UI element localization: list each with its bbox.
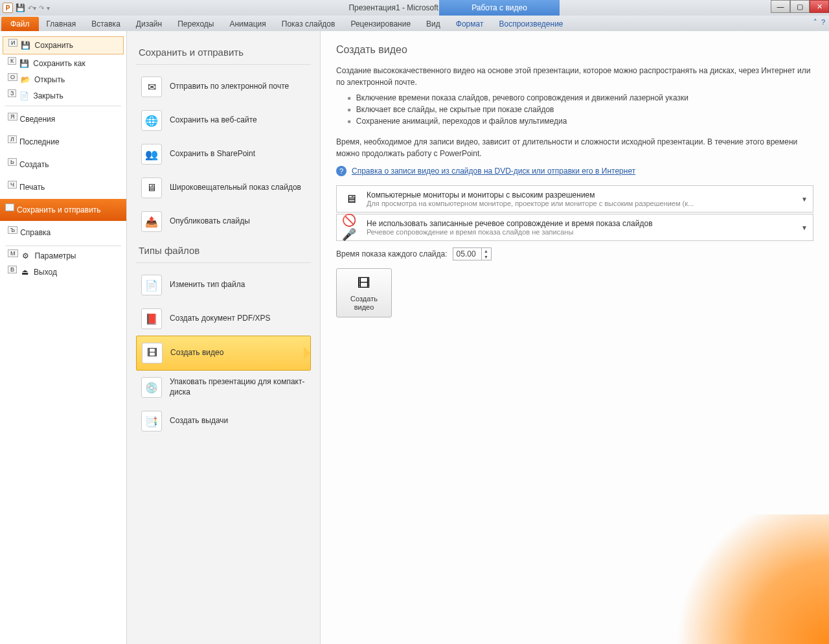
mid-item[interactable]: 📤Опубликовать слайды bbox=[136, 205, 311, 238]
keytip: Л bbox=[8, 135, 17, 143]
tab-design[interactable]: Дизайн bbox=[128, 17, 170, 31]
monitor-icon: 🖥 bbox=[342, 190, 360, 208]
pane-title: Создать видео bbox=[336, 44, 813, 56]
tab-animations[interactable]: Анимация bbox=[221, 17, 273, 31]
narration-dropdown[interactable]: 🚫🎤 Не использовать записанные речевое со… bbox=[336, 214, 813, 241]
nav-item-3[interactable]: З📄Закрыть bbox=[3, 88, 124, 104]
tab-transitions[interactable]: Переходы bbox=[170, 17, 221, 31]
nav-icon: ⏏ bbox=[19, 267, 30, 277]
nav-icon: 📄 bbox=[19, 91, 29, 101]
tab-playback[interactable]: Воспроизведение bbox=[491, 17, 571, 31]
save-icon[interactable]: 💾 bbox=[16, 3, 25, 12]
help-icon[interactable]: ? bbox=[821, 18, 825, 27]
nav-item-9[interactable]: ЪСправка bbox=[3, 222, 124, 244]
keytip: О bbox=[8, 73, 17, 81]
mid-item-label: Сохранить в SharePoint bbox=[170, 149, 255, 159]
decorative-corner bbox=[635, 514, 829, 644]
mid-item-label: Опубликовать слайды bbox=[170, 216, 250, 227]
pane-paragraph: Время, необходимое для записи видео, зав… bbox=[336, 136, 813, 159]
tab-review[interactable]: Рецензирование bbox=[343, 17, 418, 31]
keytip: Ъ bbox=[8, 226, 17, 234]
nav-item-2[interactable]: О📂Открыть bbox=[3, 72, 124, 87]
keytip: И bbox=[8, 39, 17, 47]
spinner-up-icon[interactable]: ▲ bbox=[482, 248, 491, 254]
help-link-row: ? Справка о записи видео из слайдов на D… bbox=[336, 166, 813, 176]
nav-item-0[interactable]: И💾Сохранить bbox=[3, 36, 124, 54]
ribbon-tabs: Файл Главная Вставка Дизайн Переходы Ани… bbox=[0, 16, 829, 31]
seconds-spinner[interactable]: 05.00 ▲ ▼ bbox=[453, 247, 492, 260]
mid-item-icon: 📑 bbox=[141, 411, 162, 431]
keytip: В bbox=[8, 266, 17, 273]
tab-insert[interactable]: Вставка bbox=[84, 17, 128, 31]
bullet-item: Включение времени показа слайдов, речево… bbox=[348, 92, 813, 104]
mid-item[interactable]: 👥Сохранить в SharePoint bbox=[136, 137, 311, 171]
mid-item-label: Сохранить на веб-сайте bbox=[170, 115, 257, 126]
close-button[interactable]: ✕ bbox=[810, 0, 829, 13]
keytip: З bbox=[8, 89, 16, 97]
nav-icon: 📂 bbox=[20, 75, 30, 85]
mid-item[interactable]: 🖥Широковещательный показ слайдов bbox=[136, 171, 311, 205]
narration-title: Не использовать записанные речевое сопро… bbox=[367, 219, 653, 228]
mid-item-label: Создать видео bbox=[170, 348, 223, 358]
mid-item[interactable]: 📑Создать выдачи bbox=[136, 404, 311, 438]
contextual-tab-title: Работа с видео bbox=[439, 0, 560, 16]
nav-item-8[interactable]: ХСохранить и отправить bbox=[0, 199, 126, 221]
nav-label: Открыть bbox=[34, 75, 65, 84]
nav-icon: 💾 bbox=[20, 40, 30, 51]
help-link[interactable]: Справка о записи видео из слайдов на DVD… bbox=[352, 167, 635, 176]
tab-view[interactable]: Вид bbox=[418, 17, 448, 31]
nav-item-11[interactable]: В⏏Выход bbox=[3, 264, 124, 280]
seconds-label: Время показа каждого слайда: bbox=[336, 249, 448, 259]
create-video-label: Создать видео bbox=[345, 295, 383, 312]
titlebar: P 💾 ↶▾ ↷ ▾ Презентация1 - Microsoft Powe… bbox=[0, 0, 829, 16]
mid-item[interactable]: 💿Упаковать презентацию для компакт-диска bbox=[136, 371, 311, 404]
nav-item-6[interactable]: ЬСоздать bbox=[3, 154, 124, 176]
resolution-dropdown[interactable]: 🖥 Компьютерные мониторы и мониторы с выс… bbox=[336, 185, 813, 213]
mid-item-icon: 👥 bbox=[141, 144, 162, 165]
nav-label: Сохранить как bbox=[33, 59, 85, 68]
mid-item-icon: 🌐 bbox=[141, 110, 162, 131]
seconds-value: 05.00 bbox=[457, 249, 476, 259]
nav-item-5[interactable]: ЛПоследние bbox=[3, 131, 124, 153]
redo-icon[interactable]: ↷ bbox=[39, 5, 44, 12]
section-header-file-types: Типы файлов bbox=[139, 245, 311, 256]
keytip: К bbox=[8, 57, 16, 65]
tab-home[interactable]: Главная bbox=[39, 17, 84, 31]
tab-format[interactable]: Формат bbox=[448, 17, 492, 31]
nav-item-10[interactable]: М⚙Параметры bbox=[3, 248, 124, 264]
keytip: Ч bbox=[8, 181, 17, 189]
undo-icon[interactable]: ↶▾ bbox=[28, 5, 36, 12]
chevron-down-icon: ▼ bbox=[801, 196, 808, 203]
spinner-down-icon[interactable]: ▼ bbox=[482, 254, 491, 260]
backstage-leftnav: И💾СохранитьК💾Сохранить какО📂ОткрытьЗ📄Зак… bbox=[0, 31, 126, 644]
chevron-down-icon: ▼ bbox=[801, 224, 808, 231]
create-video-button[interactable]: 🎞 Создать видео bbox=[336, 268, 392, 317]
mid-item[interactable]: 🌐Сохранить на веб-сайте bbox=[136, 104, 311, 137]
mid-item[interactable]: 🎞Создать видео bbox=[136, 336, 311, 371]
section-header-save-send: Сохранить и отправить bbox=[139, 47, 311, 58]
mid-item-icon: 📤 bbox=[141, 211, 162, 232]
tab-file[interactable]: Файл bbox=[1, 17, 39, 31]
mid-item[interactable]: 📕Создать документ PDF/XPS bbox=[136, 302, 311, 336]
nav-label: Последние bbox=[19, 137, 60, 146]
mid-item[interactable]: ✉Отправить по электронной почте bbox=[136, 70, 311, 104]
nav-item-1[interactable]: К💾Сохранить как bbox=[3, 56, 124, 71]
app-icon[interactable]: P bbox=[3, 3, 13, 13]
seconds-per-slide-row: Время показа каждого слайда: 05.00 ▲ ▼ bbox=[336, 247, 813, 260]
mid-item[interactable]: 📄Изменить тип файла bbox=[136, 268, 311, 302]
qat-customize-icon[interactable]: ▾ bbox=[47, 5, 50, 12]
nav-item-7[interactable]: ЧПечать bbox=[3, 176, 124, 198]
minimize-button[interactable]: — bbox=[771, 0, 790, 13]
mid-item-icon: 💿 bbox=[141, 377, 162, 398]
mid-item-label: Изменить тип файла bbox=[170, 280, 245, 290]
backstage-view: И💾СохранитьК💾Сохранить какО📂ОткрытьЗ📄Зак… bbox=[0, 31, 829, 644]
tab-slideshow[interactable]: Показ слайдов bbox=[274, 17, 343, 31]
maximize-button[interactable]: ▢ bbox=[790, 0, 810, 13]
feature-bullets: Включение времени показа слайдов, речево… bbox=[348, 92, 813, 127]
nav-item-4[interactable]: ЯСведения bbox=[3, 108, 124, 130]
nav-label: Сохранить и отправить bbox=[17, 205, 101, 214]
help-info-icon: ? bbox=[336, 166, 346, 176]
minimize-ribbon-icon[interactable]: ˄ bbox=[813, 18, 817, 27]
narration-sub: Речевое сопровождение и время показа сла… bbox=[367, 228, 653, 236]
mid-item-label: Широковещательный показ слайдов bbox=[170, 183, 301, 193]
